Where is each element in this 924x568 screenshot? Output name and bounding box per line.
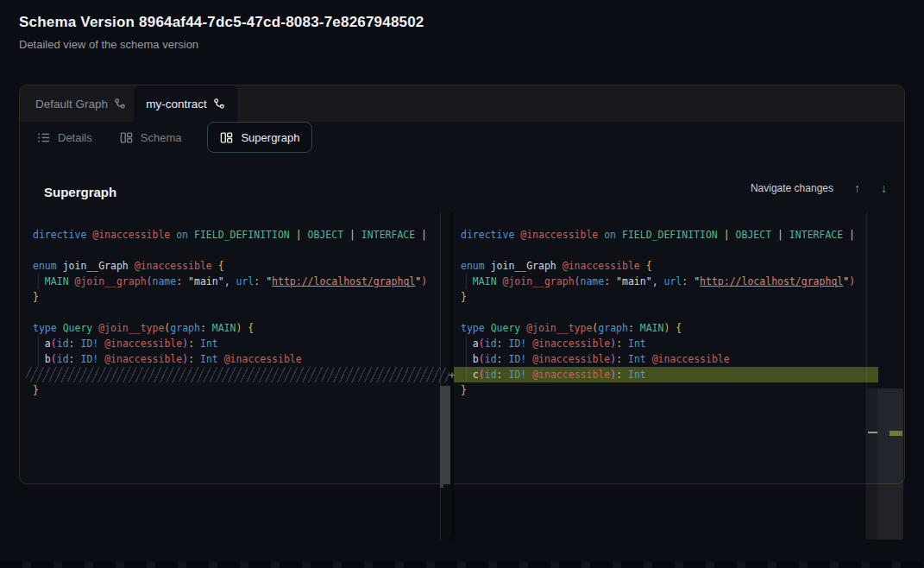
- subtab-details-label: Details: [58, 131, 92, 144]
- view-subtabs: Details Schema Supergraph: [20, 122, 904, 153]
- variant-fork-icon: [213, 98, 225, 110]
- page-header: Schema Version 8964af44-7dc5-47cd-8083-7…: [19, 14, 424, 51]
- navigate-changes-controls: Navigate changes ↑ ↓: [751, 182, 887, 194]
- supergraph-section-heading: Supergraph: [44, 185, 116, 199]
- subtab-schema[interactable]: Schema: [118, 123, 184, 152]
- tab-default-graph[interactable]: Default Graph: [20, 85, 141, 122]
- list-icon: [37, 131, 50, 144]
- subtab-supergraph[interactable]: Supergraph: [207, 122, 312, 153]
- subtab-supergraph-label: Supergraph: [241, 131, 299, 144]
- navigate-changes-label: Navigate changes: [751, 182, 833, 194]
- page-subtitle: Detailed view of the schema version: [19, 38, 424, 51]
- panels-icon: [120, 131, 133, 144]
- tab-my-contract-label: my-contract: [146, 98, 207, 110]
- variant-tabstrip: Default Graph my-contract: [20, 85, 904, 122]
- bottom-dashed-border: [0, 562, 924, 568]
- navigate-down-button[interactable]: ↓: [881, 182, 887, 194]
- diff-original-pane[interactable]: directive @inaccessible on FIELD_DEFINIT…: [33, 227, 445, 398]
- variant-fork-icon: [114, 98, 126, 110]
- subtab-details[interactable]: Details: [35, 123, 94, 152]
- tab-default-graph-label: Default Graph: [35, 98, 108, 110]
- scrollbar-track-extension: [443, 484, 451, 537]
- page-title: Schema Version 8964af44-7dc5-47cd-8083-7…: [19, 14, 424, 31]
- navigate-up-button[interactable]: ↑: [854, 182, 860, 194]
- left-pane-scrollbar-thumb[interactable]: [440, 386, 450, 488]
- overview-ruler[interactable]: [867, 388, 903, 540]
- subtab-schema-label: Schema: [141, 131, 182, 144]
- panels-icon: [220, 131, 233, 144]
- diff-modified-pane[interactable]: directive @inaccessible on FIELD_DEFINIT…: [461, 227, 866, 398]
- tab-my-contract[interactable]: my-contract: [134, 85, 237, 122]
